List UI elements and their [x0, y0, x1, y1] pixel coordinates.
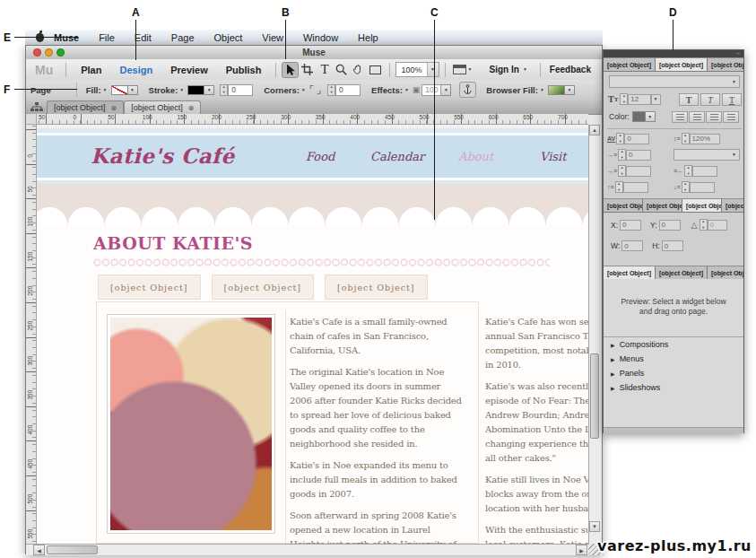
browser-fill-dropdown[interactable]: ▼ — [565, 85, 575, 95]
font-size-stepper[interactable]: ▴▾ — [620, 93, 628, 105]
menu-item[interactable]: Window — [293, 32, 348, 43]
document-tab[interactable]: [object Object] ⊗ — [124, 100, 201, 114]
scroll-right-button[interactable]: ▶ — [576, 545, 587, 555]
rotation-field[interactable]: 0 — [708, 220, 727, 231]
panel-tab[interactable]: [object Object] — [604, 266, 656, 279]
stroke-color-dropdown[interactable]: ▼ — [204, 85, 214, 95]
x-field[interactable]: 0 — [620, 220, 641, 231]
selection-tool-button[interactable] — [282, 62, 299, 78]
publish-mode-button[interactable]: Publish — [217, 65, 271, 75]
first-line-indent-field[interactable]: 0 — [626, 150, 651, 161]
leading-field[interactable]: 120% — [690, 134, 720, 144]
panel-tab[interactable]: [object Object] — [656, 266, 708, 279]
font-size-dropdown[interactable]: ▼ — [651, 94, 661, 105]
stroke-color-swatch[interactable] — [187, 85, 204, 95]
fill-color-swatch[interactable] — [111, 85, 128, 95]
panel-tab[interactable]: [object Object] — [604, 199, 643, 212]
close-tab-icon[interactable]: ⊗ — [111, 104, 117, 112]
widget-category[interactable]: ▶ Compositions — [604, 337, 743, 352]
chevron-down-icon[interactable]: ▼ — [427, 63, 439, 76]
align-center-button[interactable] — [689, 111, 705, 123]
corner-radius-stepper[interactable]: ▴▾ — [327, 84, 335, 96]
window-title-bar[interactable]: Muse — [26, 46, 602, 60]
w-field[interactable]: 0 — [621, 240, 643, 251]
panel-title-bar[interactable]: ↔ — [604, 50, 743, 57]
widget-category[interactable]: ▶ Slideshows — [604, 380, 743, 395]
right-indent-stepper[interactable]: ▴▾ — [684, 165, 692, 177]
text-color-dropdown[interactable]: ▼ — [646, 111, 656, 122]
scroll-up-button[interactable]: ▲ — [589, 125, 600, 135]
space-before-stepper[interactable]: ▴▾ — [615, 181, 623, 193]
first-line-indent-stepper[interactable]: ▴▾ — [618, 149, 626, 161]
story-text-column-2[interactable]: Katie's Cafe has won severa annual San F… — [485, 315, 588, 544]
document-tab[interactable]: [object Object] ⊗ — [47, 100, 124, 114]
vertical-ruler[interactable]: 050100150200250300350400450500550 — [26, 125, 37, 544]
space-after-field[interactable] — [690, 182, 715, 193]
disclosure-triangle-icon[interactable]: ▶ — [611, 371, 615, 377]
stroke-weight-field[interactable]: 0 — [228, 84, 253, 96]
rectangle-tool-button[interactable] — [367, 62, 384, 78]
preview-mode-button[interactable]: Preview — [161, 65, 217, 75]
design-mode-button[interactable]: Design — [110, 65, 161, 75]
menu-item[interactable]: Object — [204, 32, 253, 43]
nav-link-about[interactable]: About — [458, 150, 493, 163]
horizontal-scroll-thumb[interactable] — [47, 545, 98, 554]
screen-mode-button[interactable]: ▼ — [451, 62, 474, 78]
widget-category[interactable]: ▶ Panels — [604, 366, 743, 380]
font-family-select[interactable]: ▼ — [609, 75, 740, 88]
site-logo[interactable]: Katie's Café — [91, 144, 235, 168]
close-tab-icon[interactable]: ⊗ — [188, 104, 195, 112]
collapse-panel-icon[interactable]: ↔ — [735, 50, 741, 56]
panel-tab[interactable]: [object Object] — [643, 199, 682, 212]
align-justify-button[interactable] — [723, 111, 739, 123]
widget-category[interactable]: ▶ Menus — [604, 352, 743, 366]
scroll-down-button[interactable]: ▼ — [589, 521, 600, 532]
feedback-button[interactable]: Feedback — [550, 65, 591, 74]
horizontal-ruler[interactable]: 5005010015020025030035040045050055060065… — [37, 114, 588, 125]
nav-link-visit[interactable]: Visit — [540, 150, 566, 163]
corners-icon[interactable]: ⌜⌟ — [309, 83, 323, 96]
italic-button[interactable]: T — [700, 93, 720, 106]
plan-mode-button[interactable]: Plan — [72, 65, 110, 75]
site-tab[interactable]: [object Object] — [98, 275, 201, 300]
y-field[interactable]: 0 — [659, 220, 681, 231]
macarons-photo[interactable] — [110, 318, 272, 530]
vertical-scroll-thumb[interactable] — [590, 353, 599, 439]
stroke-weight-stepper[interactable]: ▴▾ — [220, 84, 228, 96]
space-before-field[interactable] — [623, 182, 648, 193]
panel-tab[interactable]: [object Object] — [656, 58, 708, 71]
design-canvas[interactable]: Katie's Café Food Calendar About Visit A… — [37, 125, 588, 544]
panel-tab[interactable]: [object Object] — [722, 199, 743, 212]
align-right-button[interactable] — [706, 111, 722, 123]
zoom-tool-button[interactable] — [333, 62, 350, 78]
underline-button[interactable]: T — [722, 93, 742, 106]
font-size-field[interactable]: 12 — [628, 94, 651, 105]
h-field[interactable]: 0 — [662, 240, 683, 251]
bold-button[interactable]: T — [679, 93, 699, 106]
scroll-left-button[interactable]: ◀ — [33, 545, 45, 555]
text-color-swatch[interactable] — [632, 111, 646, 122]
sign-in-button[interactable]: Sign In — [490, 65, 519, 74]
tracking-field[interactable]: 0 — [624, 134, 649, 144]
menu-item[interactable]: Page — [161, 32, 204, 43]
left-indent-field[interactable] — [626, 166, 651, 177]
panel-tab[interactable]: [object Object] — [708, 58, 743, 71]
opacity-field[interactable]: 100 — [421, 84, 441, 96]
site-tab[interactable]: [object Object] — [212, 275, 315, 300]
leading-stepper[interactable]: ▴▾ — [682, 133, 690, 144]
right-indent-field[interactable] — [692, 166, 717, 177]
horizontal-scrollbar[interactable]: ◀ ▶ — [26, 544, 588, 555]
rotation-stepper[interactable]: ▴▾ — [700, 219, 708, 231]
paragraph-style-select[interactable]: ▼ — [673, 149, 740, 161]
tracking-stepper[interactable]: ▴▾ — [616, 133, 624, 144]
pin-button[interactable] — [459, 82, 476, 98]
disclosure-triangle-icon[interactable]: ▶ — [611, 385, 615, 391]
vertical-scrollbar[interactable]: ▲ ▼ — [588, 125, 600, 544]
menu-item[interactable]: Help — [348, 32, 388, 43]
panel-tab[interactable]: [object Object] — [682, 199, 722, 212]
zoom-level-select[interactable]: 100% ▼ — [395, 62, 439, 77]
photo-frame[interactable] — [107, 314, 275, 534]
menu-item[interactable]: View — [252, 32, 293, 43]
opacity-dropdown[interactable]: ▼ — [441, 84, 451, 96]
story-text-column-1[interactable]: Katie's Cafe is a small family-owned cha… — [290, 315, 462, 544]
